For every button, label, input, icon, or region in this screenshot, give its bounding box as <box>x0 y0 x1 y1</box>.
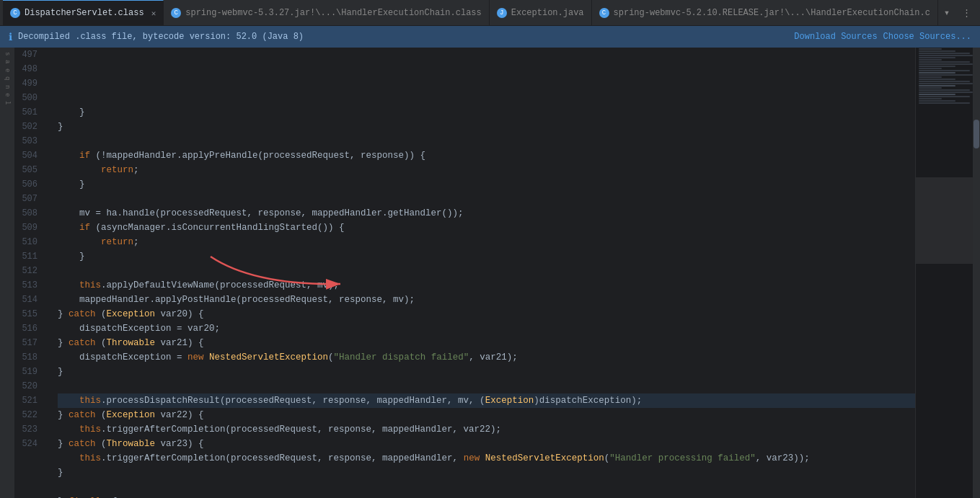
minimap-line <box>919 57 955 58</box>
tab-icon-handler1: C <box>171 8 181 18</box>
minimap-line <box>919 74 973 76</box>
code-line-503 <box>58 192 915 206</box>
code-line-505: if (asyncManager.isConcurrentHandlingSta… <box>58 221 915 235</box>
code-line-507: } <box>58 249 915 264</box>
sidebar-marker-4: q <box>2 75 12 81</box>
code-line-524: } finally { <box>58 494 915 498</box>
tab-bar: C DispatcherServlet.class ✕ C spring-web… <box>0 0 980 26</box>
code-line-511: } catch (Exception var20) { <box>58 307 915 321</box>
tab-menu-button[interactable]: ⋮ <box>956 7 977 19</box>
code-line-506: return; <box>58 235 915 249</box>
tab-handler-chain-2[interactable]: C spring-webmvc-5.2.10.RELEASE.jar!\...\… <box>592 0 938 26</box>
line-number-521: 521 <box>14 393 46 408</box>
minimap-line <box>919 70 970 71</box>
line-number-516: 516 <box>14 321 46 336</box>
minimap-line <box>919 102 970 104</box>
line-number-501: 501 <box>14 105 46 120</box>
choose-sources-link[interactable]: Choose Sources... <box>883 32 971 42</box>
download-sources-link[interactable]: Download Sources <box>794 32 877 42</box>
line-number-503: 503 <box>14 134 46 148</box>
line-number-512: 512 <box>14 264 46 278</box>
tab-dispatcher-servlet[interactable]: C DispatcherServlet.class ✕ <box>3 0 164 26</box>
code-line-518: } catch (Exception var22) { <box>58 408 915 422</box>
sidebar-marker-5: n <box>2 84 12 90</box>
code-line-504: mv = ha.handle(processedRequest, respons… <box>58 206 915 221</box>
code-line-519: this.triggerAfterCompletion(processedReq… <box>58 422 915 437</box>
line-number-513: 513 <box>14 278 46 293</box>
code-line-522: } <box>58 466 915 480</box>
minimap-line <box>919 50 955 52</box>
minimap-line <box>919 66 955 67</box>
tab-label-handler1: spring-webmvc-5.3.27.jar!\...\HandlerExe… <box>185 8 481 18</box>
tab-handler-chain-1[interactable]: C spring-webmvc-5.3.27.jar!\...\HandlerE… <box>164 0 489 26</box>
line-number-522: 522 <box>14 408 46 422</box>
line-number-509: 509 <box>14 221 46 235</box>
line-number-518: 518 <box>14 350 46 365</box>
code-line-510: mappedHandler.applyPostHandle(processedR… <box>58 293 915 307</box>
sidebar-marker-3: e <box>2 67 12 74</box>
minimap-line <box>919 94 955 95</box>
tab-label-handler2: spring-webmvc-5.2.10.RELEASE.jar!\...\Ha… <box>614 8 930 18</box>
minimap-line <box>919 96 970 97</box>
info-bar: ℹ Decompiled .class file, bytecode versi… <box>0 26 980 48</box>
minimap-line <box>919 89 970 91</box>
line-number-514: 514 <box>14 293 46 307</box>
minimap-line <box>919 79 955 80</box>
code-line-499 <box>58 134 915 148</box>
tab-close-dispatcher[interactable]: ✕ <box>151 9 156 18</box>
line-number-502: 502 <box>14 120 46 134</box>
minimap-line <box>919 76 942 78</box>
minimap-line <box>919 100 955 102</box>
sidebar-marker-1: s <box>2 50 12 57</box>
scrollbar-thumb[interactable] <box>974 120 979 148</box>
code-content[interactable]: }} if (!mappedHandler.applyPreHandle(pro… <box>52 48 915 498</box>
code-line-501: return; <box>58 163 915 177</box>
line-number-524: 524 <box>14 437 46 451</box>
code-line-523 <box>58 480 915 494</box>
editor-container: s a e q n e l 49749849950050150250350450… <box>0 48 980 498</box>
minimap-line <box>919 59 942 61</box>
code-line-498: } <box>58 120 915 134</box>
minimap-line <box>919 81 970 82</box>
minimap-line <box>919 83 973 84</box>
sidebar-marker-2: a <box>2 58 12 65</box>
code-line-497: } <box>58 105 915 120</box>
tab-icon-dispatcher: C <box>10 8 20 18</box>
minimap-line <box>919 87 942 89</box>
code-line-515: } <box>58 365 915 379</box>
tab-exception[interactable]: J Exception.java <box>490 0 592 26</box>
minimap-line <box>919 61 970 63</box>
line-number-510: 510 <box>14 235 46 249</box>
line-number-499: 499 <box>14 76 46 91</box>
tab-icon-handler2: C <box>599 8 609 18</box>
code-line-520: } catch (Throwable var23) { <box>58 437 915 451</box>
minimap-line <box>919 85 955 86</box>
code-line-508 <box>58 264 915 278</box>
line-numbers: 4974984995005015025035045055065075085095… <box>14 48 52 498</box>
line-number-515: 515 <box>14 307 46 321</box>
line-number-523: 523 <box>14 422 46 437</box>
minimap[interactable] <box>915 48 973 498</box>
code-line-513: } catch (Throwable var21) { <box>58 336 915 350</box>
minimap-line <box>919 55 973 56</box>
tab-overflow-btn[interactable]: ▾ <box>938 6 955 19</box>
code-line-512: dispatchException = var20; <box>58 321 915 336</box>
minimap-content <box>916 48 973 498</box>
line-number-504: 504 <box>14 148 46 163</box>
minimap-line <box>919 48 942 50</box>
code-line-502: } <box>58 177 915 192</box>
info-icon: ℹ <box>9 31 12 43</box>
scrollbar-track[interactable] <box>973 48 980 498</box>
code-line-509: this.applyDefaultViewName(processedReque… <box>58 278 915 293</box>
sidebar-marker-7: l <box>2 99 12 106</box>
line-number-506: 506 <box>14 177 46 192</box>
minimap-line <box>919 68 942 69</box>
code-line-500: if (!mappedHandler.applyPreHandle(proces… <box>58 148 915 163</box>
line-number-500: 500 <box>14 91 46 105</box>
line-number-517: 517 <box>14 336 46 350</box>
tab-icon-exception: J <box>497 8 507 18</box>
line-number-508: 508 <box>14 206 46 221</box>
line-number-498: 498 <box>14 62 46 76</box>
minimap-line <box>919 53 970 54</box>
minimap-line <box>919 63 973 65</box>
